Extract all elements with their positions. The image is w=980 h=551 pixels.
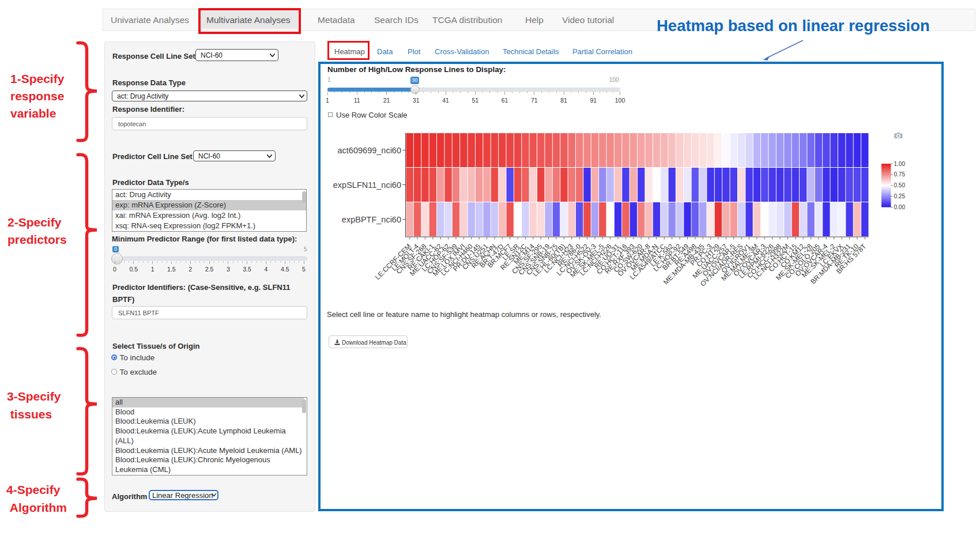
svg-text:0.50: 0.50 [894, 182, 906, 188]
svg-text:0.25: 0.25 [894, 193, 906, 199]
svg-text:0.75: 0.75 [894, 171, 906, 178]
svg-text:act609699_nci60: act609699_nci60 [338, 146, 401, 155]
svg-text:expSLFN11_nci60: expSLFN11_nci60 [333, 180, 401, 190]
svg-text:expBPTF_nci60: expBPTF_nci60 [342, 215, 401, 224]
svg-text:1.00: 1.00 [894, 161, 906, 167]
svg-text:0.00: 0.00 [894, 204, 906, 210]
